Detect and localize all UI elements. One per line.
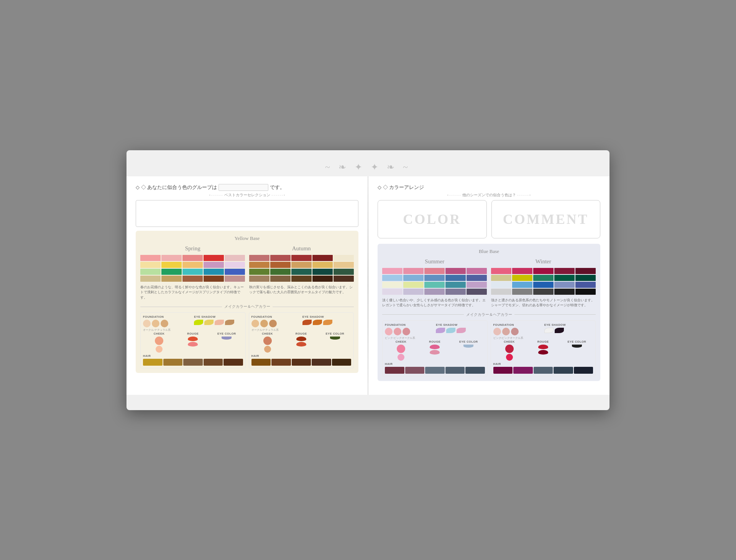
swatch — [467, 275, 487, 281]
hair-swatch — [493, 367, 513, 374]
diamond-icon: ◇ — [136, 184, 140, 190]
foundation-swatch — [152, 320, 159, 327]
autumn-foundation: FOUNDATION オークル/ナチュラル系 — [251, 315, 300, 332]
spring-cheek-row: CHEEK ROUGE EYE COLOR — [143, 332, 243, 353]
right-header: ◇ ◇ カラーアレンジ — [378, 184, 600, 191]
yellow-base-box: Yellow Base Spring — [136, 231, 358, 373]
color-group-input[interactable] — [219, 184, 268, 191]
swatch — [291, 255, 312, 261]
color-placeholder-box[interactable]: COLOR — [378, 200, 487, 238]
spring-eyecolor-col: EYE COLOR — [210, 332, 243, 353]
pink-label: ピンク/ピンクオークル系 — [385, 336, 434, 340]
swatch — [291, 276, 312, 282]
spring-eyeshadow: EYE SHADOW — [194, 315, 243, 332]
swatch — [249, 269, 269, 275]
eyeshadow-leaf — [446, 328, 455, 333]
swatch — [575, 282, 596, 288]
autumn-col: Autumn — [249, 245, 354, 301]
swatch — [291, 269, 312, 275]
swatch — [204, 262, 224, 268]
swatch — [161, 276, 182, 282]
foundation-swatch — [394, 328, 401, 335]
foundation-swatch — [269, 320, 277, 327]
foundation-swatch — [385, 328, 393, 335]
color-arrange-title: ◇ カラーアレンジ — [383, 184, 424, 191]
swatch — [554, 275, 575, 281]
hair-swatch — [465, 367, 485, 374]
summer-cheek-col: CHEEK — [385, 340, 417, 361]
hair-swatch — [385, 367, 404, 374]
swatch — [225, 262, 245, 268]
spring-makeup: FOUNDATION オークル/ナチュラル系 EYE SHADOW — [140, 312, 246, 368]
swatch — [182, 276, 203, 282]
summer-col: Summer — [382, 258, 487, 308]
book-ornament: ~ ❧ ✦ ✦ ❧ ~ — [127, 162, 610, 172]
swatch — [424, 275, 445, 281]
swatch — [270, 276, 291, 282]
swatch — [182, 262, 203, 268]
eye-color — [330, 337, 340, 340]
summer-cheek-row: CHEEK ROUGE EYE COLOR — [385, 340, 485, 361]
left-header: ◇ ◇ あなたに似合う色のグループは です。 — [136, 184, 358, 191]
hair-swatch — [292, 359, 311, 366]
winter-eyeshadow: EYE SHADOW — [544, 323, 593, 340]
swatch — [554, 282, 575, 288]
spring-cheek-col: CHEEK — [143, 332, 175, 353]
hair-swatch — [143, 359, 163, 366]
hair-swatch — [554, 367, 573, 374]
summer-desc: 淡く優しい色合いや、少しくすみ感のある色が良く似合います。エレガントで柔らかい女… — [382, 298, 487, 308]
eyeshadow-leaf — [436, 328, 445, 333]
swatch — [533, 282, 554, 288]
eyeshadow-leaf — [225, 320, 234, 325]
hair-swatch — [574, 367, 593, 374]
swatch — [533, 289, 554, 295]
summer-swatches — [382, 268, 487, 295]
eyeshadow-leaf — [302, 320, 312, 325]
swatch — [424, 268, 445, 274]
hair-swatch — [445, 367, 465, 374]
header-suffix: です。 — [270, 184, 285, 191]
swatch — [403, 282, 424, 288]
autumn-title: Autumn — [249, 245, 354, 252]
swatch — [424, 289, 445, 295]
swatch — [140, 276, 161, 282]
makeup-label-blue: メイクカラー＆ヘアカラー — [382, 312, 596, 317]
summer-hair: HAIR — [385, 362, 485, 374]
eyeshadow-leaf — [204, 320, 214, 325]
rouge-lip-2 — [188, 342, 198, 347]
seasons-row: Spring — [140, 245, 354, 301]
swatch — [249, 255, 269, 261]
swatch — [467, 268, 487, 274]
comment-placeholder-box[interactable]: COMMENT — [491, 200, 601, 238]
rouge-lip — [538, 345, 548, 349]
blue-seasons-row: Summer — [382, 258, 596, 308]
blue-base-box: Blue Base Summer — [378, 244, 600, 381]
hair-swatch — [312, 359, 331, 366]
okuru-label-au: オークル/ナチュラル系 — [251, 328, 300, 332]
summer-title: Summer — [382, 258, 487, 265]
rouge-lip — [430, 345, 440, 349]
foundation-swatch — [143, 320, 151, 327]
winter-eyecolor-col: EYE COLOR — [561, 340, 593, 361]
eyeshadow-leaf — [323, 320, 332, 325]
swatch — [161, 269, 182, 275]
summer-makeup: FOUNDATION ピンク/ピンクオークル系 EYE SHADOW — [382, 320, 488, 376]
best-color-label: ベストカラーセレクション — [136, 192, 358, 198]
swatch — [575, 289, 596, 295]
foundation-swatch — [251, 320, 259, 327]
autumn-hair: HAIR — [251, 354, 352, 366]
right-page: ◇ ◇ カラーアレンジ 他のシーズンでの似合う色は？ COLOR COMMENT… — [368, 176, 610, 395]
autumn-cheek-col: CHEEK — [251, 332, 284, 353]
foundation-swatch — [260, 320, 268, 327]
swatch — [512, 282, 532, 288]
best-color-area[interactable] — [136, 200, 358, 227]
autumn-swatches — [249, 255, 354, 282]
swatch — [445, 275, 466, 281]
eyeshadow-leaf — [194, 320, 203, 325]
spring-swatches — [140, 255, 245, 282]
makeup-blue-base: FOUNDATION ピンク/ピンクオークル系 EYE SHADOW — [382, 320, 596, 376]
swatch — [161, 255, 182, 261]
autumn-makeup: FOUNDATION オークル/ナチュラル系 EYE SHADOW — [249, 312, 354, 368]
swatch — [533, 275, 554, 281]
eye-color — [463, 345, 473, 348]
